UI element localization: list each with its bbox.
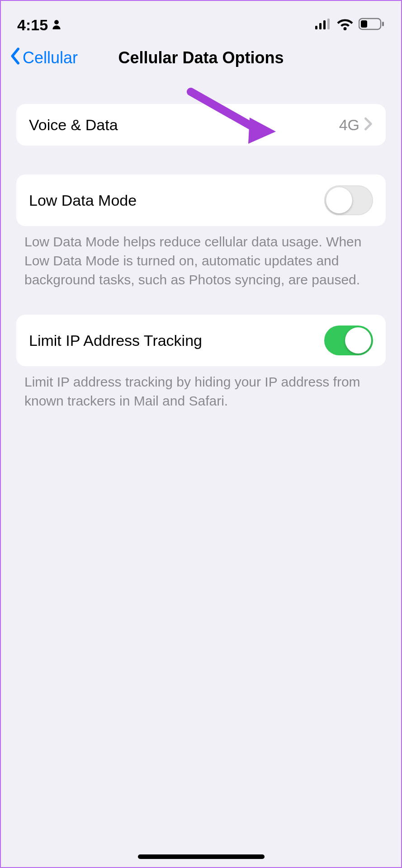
voice-data-label: Voice & Data — [29, 116, 118, 134]
voice-data-value: 4G — [339, 116, 359, 134]
chevron-left-icon — [9, 47, 21, 69]
voice-data-row[interactable]: Voice & Data 4G — [16, 104, 386, 146]
voice-data-group: Voice & Data 4G — [16, 104, 386, 146]
cellular-signal-icon — [315, 18, 331, 32]
status-right — [315, 18, 385, 32]
status-bar: 4:15 — [1, 1, 401, 41]
low-data-footer: Low Data Mode helps reduce cellular data… — [1, 226, 401, 289]
nav-header: Cellular Cellular Data Options — [1, 41, 401, 75]
chevron-right-icon — [364, 117, 373, 133]
limit-ip-row: Limit IP Address Tracking — [16, 315, 386, 366]
status-time: 4:15 — [17, 16, 48, 34]
back-button[interactable]: Cellular — [9, 47, 78, 69]
svg-rect-2 — [319, 23, 322, 29]
svg-rect-3 — [323, 20, 326, 29]
toggle-knob — [326, 187, 352, 213]
back-label: Cellular — [23, 48, 78, 67]
wifi-icon — [337, 18, 353, 32]
svg-rect-1 — [315, 26, 317, 29]
low-data-row: Low Data Mode — [16, 175, 386, 226]
status-left: 4:15 — [17, 16, 62, 34]
limit-ip-toggle[interactable] — [324, 326, 373, 355]
home-indicator[interactable] — [138, 854, 265, 859]
svg-rect-4 — [327, 19, 330, 29]
person-icon — [51, 16, 62, 34]
settings-screen: 4:15 Cellular Cellular Data Options — [1, 1, 401, 867]
toggle-knob — [345, 327, 371, 354]
svg-rect-8 — [382, 22, 384, 26]
limit-ip-label: Limit IP Address Tracking — [29, 332, 202, 349]
low-data-group: Low Data Mode — [16, 175, 386, 226]
limit-ip-group: Limit IP Address Tracking — [16, 315, 386, 366]
low-data-label: Low Data Mode — [29, 192, 137, 209]
svg-point-0 — [54, 20, 59, 24]
svg-point-5 — [344, 27, 347, 30]
battery-icon — [359, 18, 385, 32]
low-data-toggle[interactable] — [324, 185, 373, 215]
limit-ip-footer: Limit IP address tracking by hiding your… — [1, 366, 401, 410]
svg-rect-7 — [361, 20, 367, 28]
